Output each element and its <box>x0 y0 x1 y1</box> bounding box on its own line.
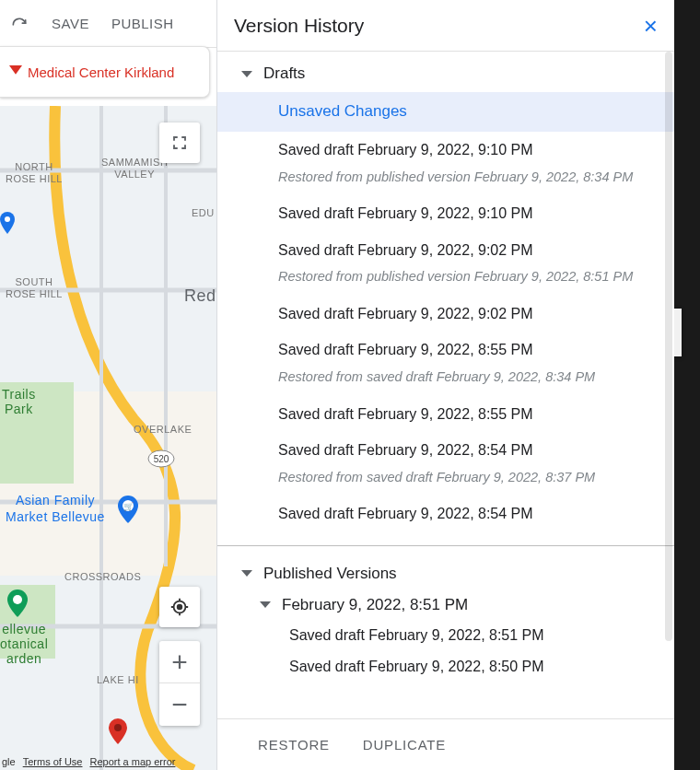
map-pin-icon <box>0 212 15 234</box>
map-label: Asian FamilyMarket Bellevue <box>6 493 105 525</box>
version-entry-note: Restored from saved draft February 9, 20… <box>217 469 674 496</box>
zoom-control: + − <box>159 641 200 726</box>
svg-point-11 <box>114 724 122 731</box>
published-group-label: February 9, 2022, 8:51 PM <box>282 596 468 614</box>
version-entry[interactable]: Saved draft February 9, 2022, 8:50 PM <box>217 651 674 682</box>
zoom-out-button[interactable]: − <box>159 683 200 726</box>
fullscreen-button[interactable] <box>159 122 200 163</box>
map-label: OVERLAKE <box>134 424 192 436</box>
map-label: CROSSROADS <box>64 571 141 583</box>
location-card-title: Medical Center Kirkland <box>28 64 174 80</box>
chevron-down-icon <box>241 71 252 77</box>
version-entry[interactable]: Saved draft February 9, 2022, 9:10 PM <box>217 195 674 232</box>
target-icon <box>169 597 190 617</box>
zoom-in-button[interactable]: + <box>159 641 200 683</box>
svg-text:520: 520 <box>154 454 169 464</box>
publish-button[interactable]: PUBLISH <box>111 16 174 31</box>
version-entry-note: Restored from published version February… <box>217 268 674 296</box>
expand-down-icon <box>9 65 22 78</box>
terms-link[interactable]: Terms of Use <box>23 756 83 767</box>
close-icon: × <box>644 12 658 40</box>
map-canvas[interactable]: NORTHROSE HILL SAMMAMISHVALLEY EDU SOUTH… <box>0 106 216 770</box>
map-label: NORTHROSE HILL <box>6 161 63 184</box>
window-gutter <box>674 0 700 770</box>
restore-button[interactable]: RESTORE <box>258 737 330 752</box>
panel-header: Version History × <box>217 0 674 52</box>
version-entry[interactable]: Saved draft February 9, 2022, 9:02 PM <box>217 296 674 332</box>
version-entry[interactable]: Saved draft February 9, 2022, 8:55 PM <box>217 396 674 433</box>
published-section-header[interactable]: Published Versions <box>217 546 674 590</box>
map-pin-shopping-icon: 🛒 <box>118 496 138 523</box>
version-entry-note: Restored from saved draft February 9, 20… <box>217 368 674 396</box>
published-group[interactable]: February 9, 2022, 8:51 PM <box>217 590 674 620</box>
version-entry[interactable]: Unsaved Changes <box>217 92 674 132</box>
version-entry-note: Restored from published version February… <box>217 169 674 196</box>
panel-footer: RESTORE DUPLICATE <box>217 718 674 770</box>
highway-shield-icon: 520 <box>147 449 175 468</box>
map-label: Redn <box>184 286 216 307</box>
map-label: ellevueotanicalarden <box>0 622 48 666</box>
chevron-down-icon <box>260 601 271 608</box>
duplicate-button[interactable]: DUPLICATE <box>363 737 446 752</box>
map-pin-red-icon <box>109 718 127 744</box>
version-entry[interactable]: Saved draft February 9, 2022, 8:54 PM <box>217 496 674 532</box>
close-button[interactable]: × <box>644 14 658 38</box>
my-location-button[interactable] <box>159 587 200 627</box>
map-label: EDU <box>192 207 215 219</box>
redo-icon[interactable] <box>9 14 29 34</box>
drafts-section-label: Drafts <box>263 64 305 83</box>
version-entry[interactable]: Saved draft February 9, 2022, 9:02 PM <box>217 232 674 269</box>
svg-text:🛒: 🛒 <box>123 501 134 512</box>
map-attribution: gle Terms of Use Report a map error <box>2 756 175 767</box>
svg-point-7 <box>5 216 10 222</box>
map-label: SOUTHROSE HILL <box>6 276 63 299</box>
published-section-label: Published Versions <box>263 565 397 583</box>
map-label: TrailsPark <box>2 387 36 416</box>
version-entry[interactable]: Saved draft February 9, 2022, 8:55 PM <box>217 332 674 368</box>
svg-point-13 <box>178 605 182 610</box>
panel-scrollbar[interactable] <box>665 52 672 641</box>
panel-body[interactable]: Drafts Unsaved Changes Saved draft Febru… <box>217 52 674 718</box>
version-entry[interactable]: Saved draft February 9, 2022, 9:10 PM <box>217 132 674 169</box>
map-credit: gle <box>2 756 16 767</box>
version-history-panel: Version History × Drafts Unsaved Changes… <box>216 0 674 770</box>
map-label: LAKE HI <box>97 674 139 686</box>
fullscreen-icon <box>171 134 188 151</box>
version-entry[interactable]: Saved draft February 9, 2022, 8:54 PM <box>217 432 674 469</box>
chevron-down-icon <box>241 570 252 577</box>
panel-title: Version History <box>234 15 644 37</box>
location-card[interactable]: Medical Center Kirkland <box>0 46 210 98</box>
version-entry[interactable]: Saved draft February 9, 2022, 8:51 PM <box>217 620 674 651</box>
svg-point-10 <box>13 595 22 604</box>
drafts-section-header[interactable]: Drafts <box>217 52 674 92</box>
map-label: SAMMAMISHVALLEY <box>101 157 168 180</box>
svg-marker-0 <box>9 65 22 75</box>
report-map-error-link[interactable]: Report a map error <box>89 756 175 767</box>
map-pin-park-icon <box>7 589 28 617</box>
save-button[interactable]: SAVE <box>52 16 89 31</box>
